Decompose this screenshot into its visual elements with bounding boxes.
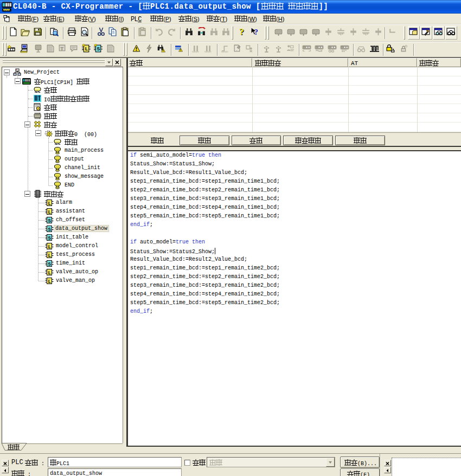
svg-text:roron: roron — [204, 50, 211, 53]
svg-text:S: S — [48, 235, 52, 241]
svg-text:S: S — [48, 227, 52, 232]
svg-text:?: ? — [239, 27, 244, 36]
svg-text:roron: roron — [221, 50, 228, 53]
svg-text:L: L — [48, 279, 51, 284]
svg-text:S: S — [97, 46, 100, 52]
svg-text:L: L — [48, 209, 51, 215]
svg-text:L: L — [48, 244, 51, 249]
svg-text:roron: roron — [192, 50, 199, 53]
svg-text:L: L — [48, 201, 51, 206]
svg-text:L: L — [85, 46, 88, 52]
svg-text:?: ? — [254, 28, 258, 36]
svg-text:S: S — [48, 218, 52, 223]
svg-text:L: L — [48, 253, 51, 258]
svg-text:S: S — [48, 261, 52, 267]
svg-text:L: L — [48, 270, 51, 275]
svg-text:T: T — [60, 46, 63, 52]
